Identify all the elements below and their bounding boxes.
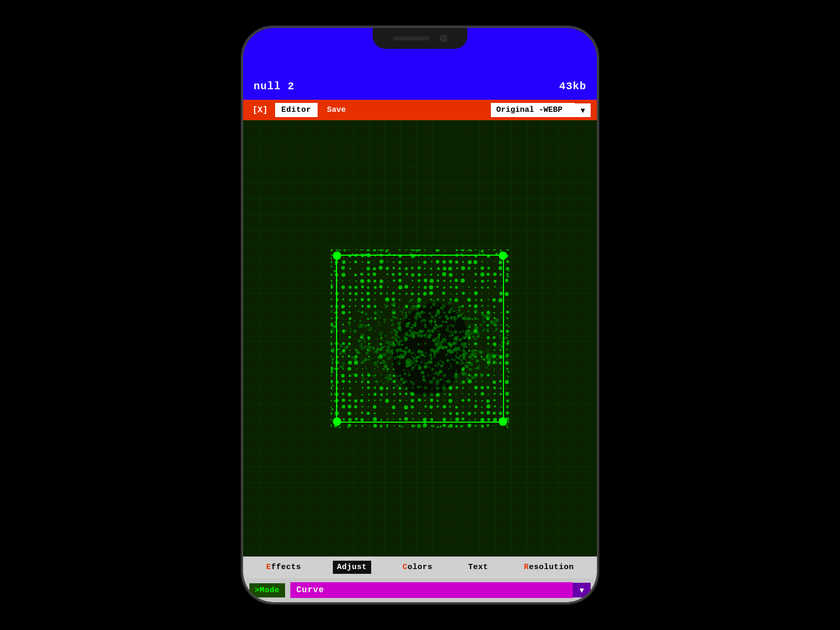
close-button[interactable]: [X]: [249, 103, 271, 117]
bottom-tabs: Effects Adjust Colors Text Resolution: [243, 556, 597, 578]
image-title: null 2: [254, 80, 295, 92]
notch-area: [243, 28, 597, 75]
format-dropdown-arrow[interactable]: ▼: [575, 103, 591, 117]
mode-dropdown-arrow[interactable]: ▼: [573, 583, 591, 597]
tab-adjust[interactable]: Adjust: [333, 561, 371, 574]
file-size: 43kb: [559, 80, 586, 92]
phone-screen: null 2 43kb [X] Editor Save Original -WE…: [243, 28, 597, 602]
toolbar: [X] Editor Save Original -WEBP Original …: [243, 100, 597, 120]
image-container: [331, 249, 509, 428]
tab-effects[interactable]: Effects: [262, 561, 306, 574]
front-camera: [440, 35, 447, 42]
mode-bar: >Mode Curve Linear Luminance Saturation …: [243, 578, 597, 602]
format-dropdown: Original -WEBP Original -PNG Original -J…: [491, 103, 591, 117]
tab-colors[interactable]: Colors: [398, 561, 437, 574]
header-bar: null 2 43kb: [243, 75, 597, 100]
notch: [373, 28, 467, 49]
phone-frame: null 2 43kb [X] Editor Save Original -WE…: [242, 26, 598, 604]
tab-text[interactable]: Text: [464, 561, 492, 574]
tab-resolution[interactable]: Resolution: [520, 561, 578, 574]
canvas-area: [243, 120, 597, 556]
mode-select[interactable]: Curve Linear Luminance Saturation: [290, 582, 573, 598]
editor-button[interactable]: Editor: [275, 103, 318, 117]
speaker: [393, 36, 429, 40]
mode-label: >Mode: [249, 583, 285, 597]
power-button: [597, 175, 598, 227]
mode-select-wrapper: Curve Linear Luminance Saturation ▼: [290, 582, 591, 598]
halftone-canvas: [331, 249, 509, 428]
format-select[interactable]: Original -WEBP Original -PNG Original -J…: [491, 103, 575, 117]
save-button[interactable]: Save: [322, 103, 351, 117]
